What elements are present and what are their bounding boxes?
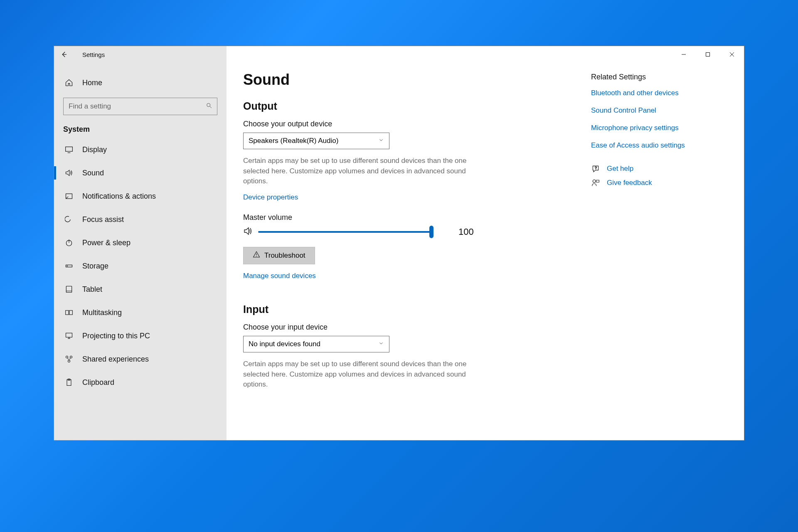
- svg-rect-6: [66, 147, 73, 151]
- svg-rect-27: [596, 180, 599, 182]
- manage-sound-devices-link[interactable]: Manage sound devices: [243, 272, 316, 280]
- give-feedback-row[interactable]: Give feedback: [591, 179, 720, 187]
- sidebar-item-notifications[interactable]: Notifications & actions: [54, 185, 227, 208]
- sidebar-item-label: Tablet: [82, 285, 102, 294]
- svg-rect-13: [66, 286, 71, 293]
- sidebar-item-clipboard[interactable]: Clipboard: [54, 371, 227, 394]
- minimize-icon: [681, 52, 686, 57]
- related-settings-heading: Related Settings: [591, 73, 720, 81]
- chevron-down-icon: [378, 340, 384, 348]
- content-area: Sound Output Choose your output device S…: [227, 46, 744, 440]
- page-title: Sound: [243, 71, 555, 89]
- warning-icon: [253, 251, 260, 260]
- output-heading: Output: [243, 100, 555, 112]
- settings-window: Settings Home System Display Sou: [54, 46, 744, 441]
- input-helper-text: Certain apps may be set up to use differ…: [243, 359, 484, 390]
- right-column: Related Settings Bluetooth and other dev…: [591, 71, 720, 440]
- sidebar-item-power-sleep[interactable]: Power & sleep: [54, 231, 227, 254]
- sidebar-item-label: Focus assist: [82, 215, 124, 224]
- search-icon: [206, 102, 212, 111]
- feedback-icon: [591, 179, 600, 187]
- speaker-icon: [243, 226, 253, 238]
- svg-rect-15: [66, 310, 69, 315]
- svg-rect-16: [69, 310, 73, 315]
- sidebar-item-tablet[interactable]: Tablet: [54, 278, 227, 301]
- output-helper-text: Certain apps may be set up to use differ…: [243, 156, 484, 187]
- svg-point-12: [67, 266, 68, 266]
- svg-rect-17: [66, 333, 72, 337]
- slider-thumb[interactable]: [429, 226, 433, 238]
- sidebar-item-label: Projecting to this PC: [82, 332, 150, 340]
- power-icon: [63, 239, 75, 247]
- output-device-value: Speakers (Realtek(R) Audio): [249, 137, 338, 145]
- storage-icon: [63, 262, 75, 270]
- sidebar-item-label: Storage: [82, 262, 108, 271]
- svg-line-5: [210, 106, 212, 108]
- sidebar-item-label: Sound: [82, 169, 104, 177]
- get-help-link[interactable]: Get help: [607, 165, 633, 173]
- sidebar-item-shared-experiences[interactable]: Shared experiences: [54, 347, 227, 371]
- search-input[interactable]: [63, 98, 217, 115]
- sidebar-item-label: Power & sleep: [82, 239, 131, 247]
- related-link-ease-of-access[interactable]: Ease of Access audio settings: [591, 141, 720, 150]
- sidebar-item-storage[interactable]: Storage: [54, 254, 227, 278]
- sidebar-home[interactable]: Home: [54, 71, 227, 94]
- sidebar-item-display[interactable]: Display: [54, 138, 227, 161]
- sidebar-item-label: Display: [82, 145, 107, 154]
- get-help-row[interactable]: ? Get help: [591, 165, 720, 173]
- maximize-icon: [705, 52, 710, 57]
- sidebar-item-focus-assist[interactable]: Focus assist: [54, 208, 227, 231]
- titlebar: Settings: [54, 46, 744, 63]
- svg-rect-1: [706, 53, 710, 57]
- troubleshoot-button[interactable]: Troubleshoot: [243, 247, 315, 264]
- svg-text:?: ?: [595, 166, 597, 170]
- sidebar-item-label: Shared experiences: [82, 355, 149, 364]
- window-title: Settings: [82, 51, 105, 58]
- display-icon: [63, 145, 75, 154]
- device-properties-link[interactable]: Device properties: [243, 193, 298, 202]
- shared-icon: [63, 355, 75, 363]
- sidebar-item-sound[interactable]: Sound: [54, 161, 227, 185]
- minimize-button[interactable]: [672, 46, 696, 63]
- related-link-microphone-privacy[interactable]: Microphone privacy settings: [591, 124, 720, 132]
- sidebar-home-label: Home: [82, 79, 102, 87]
- search-container: [54, 94, 227, 120]
- multitasking-icon: [63, 308, 75, 317]
- back-button[interactable]: [54, 46, 74, 63]
- svg-point-20: [68, 360, 70, 362]
- sidebar-section-label: System: [54, 120, 227, 138]
- sidebar-item-label: Notifications & actions: [82, 192, 156, 201]
- window-controls: [672, 46, 744, 63]
- sidebar-item-multitasking[interactable]: Multitasking: [54, 301, 227, 324]
- close-button[interactable]: [720, 46, 744, 63]
- input-choose-label: Choose your input device: [243, 323, 555, 332]
- give-feedback-link[interactable]: Give feedback: [607, 179, 652, 187]
- svg-point-26: [593, 180, 596, 183]
- close-icon: [729, 52, 734, 57]
- related-link-bluetooth[interactable]: Bluetooth and other devices: [591, 89, 720, 97]
- svg-point-4: [207, 103, 210, 107]
- input-device-dropdown[interactable]: No input devices found: [243, 336, 389, 352]
- projecting-icon: [63, 332, 75, 340]
- clipboard-icon: [63, 378, 75, 387]
- related-link-sound-control-panel[interactable]: Sound Control Panel: [591, 106, 720, 115]
- sidebar-item-label: Multitasking: [82, 308, 122, 317]
- master-volume-label: Master volume: [243, 213, 555, 222]
- output-device-dropdown[interactable]: Speakers (Realtek(R) Audio): [243, 133, 389, 149]
- sidebar-item-projecting[interactable]: Projecting to this PC: [54, 324, 227, 347]
- tablet-icon: [63, 285, 75, 293]
- help-icon: ?: [591, 165, 600, 173]
- maximize-button[interactable]: [696, 46, 720, 63]
- master-volume-slider[interactable]: [258, 231, 432, 233]
- notifications-icon: [63, 192, 75, 200]
- focus-assist-icon: [63, 215, 75, 224]
- sidebar-item-label: Clipboard: [82, 378, 114, 387]
- svg-point-24: [256, 256, 257, 257]
- input-heading: Input: [243, 303, 555, 315]
- arrow-left-icon: [60, 51, 68, 58]
- troubleshoot-label: Troubleshoot: [264, 251, 305, 260]
- input-device-value: No input devices found: [249, 340, 320, 348]
- sidebar: Home System Display Sound Notifications …: [54, 46, 227, 440]
- master-volume-value: 100: [458, 227, 474, 237]
- master-volume-row: 100: [243, 226, 555, 238]
